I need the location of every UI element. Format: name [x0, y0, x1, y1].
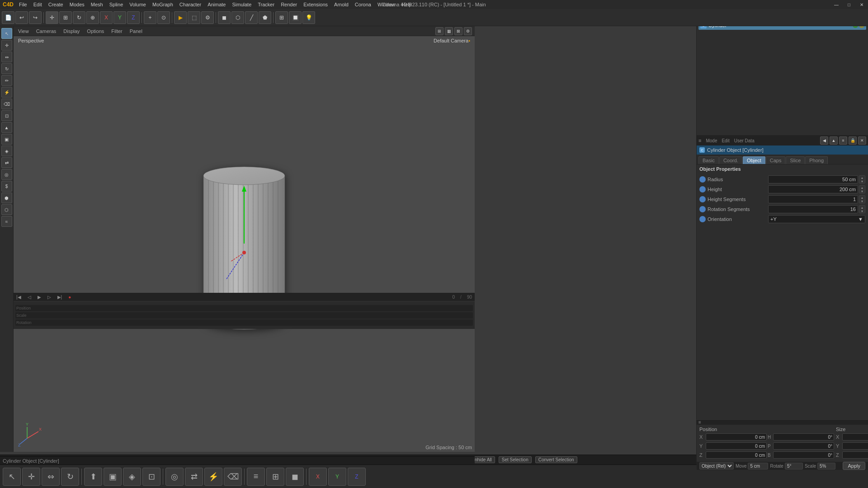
- ti-loop[interactable]: ⊡: [142, 468, 160, 486]
- new-button[interactable]: 📄: [2, 11, 14, 24]
- attr-back-icon[interactable]: ◀: [820, 136, 828, 145]
- extrude-tool[interactable]: ▲: [1, 122, 12, 133]
- scale-tool[interactable]: ⊞: [59, 11, 72, 24]
- tl-end[interactable]: ▶|: [57, 295, 63, 300]
- menu-simulate[interactable]: Simulate: [229, 1, 254, 8]
- prop-rseg-dot[interactable]: [699, 206, 706, 212]
- undo-button[interactable]: ↩: [15, 11, 28, 24]
- attr-tab-coord[interactable]: Coord.: [719, 156, 742, 164]
- magnet-tool[interactable]: $: [1, 181, 12, 192]
- grid-btn[interactable]: ⊞: [275, 11, 288, 24]
- prop-rseg-spinner[interactable]: ▲ ▼: [859, 205, 865, 213]
- ti-bridge[interactable]: ⌫: [224, 468, 242, 486]
- select-tool[interactable]: ↖: [1, 28, 12, 39]
- attr-tab-basic[interactable]: Basic: [698, 156, 719, 164]
- prop-radius-down[interactable]: ▼: [859, 179, 865, 183]
- attr-tab-object[interactable]: Object: [743, 156, 765, 164]
- prop-radius-input[interactable]: [768, 175, 858, 183]
- menu-mesh[interactable]: Mesh: [88, 1, 106, 8]
- psr-obj-type-select[interactable]: Object (Rel): [699, 462, 734, 469]
- prop-rseg-input[interactable]: [768, 205, 858, 213]
- attr-close-icon[interactable]: ✕: [858, 136, 866, 145]
- psr-rotate-input[interactable]: [785, 463, 803, 469]
- close-button[interactable]: ✕: [855, 0, 868, 9]
- render-region[interactable]: ⬚: [188, 11, 200, 24]
- attr-tab-caps[interactable]: Caps: [766, 156, 786, 164]
- prop-hseg-input[interactable]: [768, 195, 858, 203]
- attr-tab-phong[interactable]: Phong: [805, 156, 828, 164]
- prop-height-spinner[interactable]: ▲ ▼: [859, 185, 865, 193]
- psr-p-input[interactable]: [773, 442, 834, 450]
- attr-expand-icon[interactable]: ≡: [698, 138, 701, 143]
- prop-hseg-dot[interactable]: [699, 196, 706, 202]
- vp-cameras-btn[interactable]: Cameras: [34, 28, 58, 34]
- move-tool-left[interactable]: ✛: [1, 40, 12, 51]
- prop-height-up[interactable]: ▲: [859, 186, 865, 189]
- prop-hseg-up[interactable]: ▲: [859, 196, 865, 199]
- prop-hseg-down[interactable]: ▼: [859, 199, 865, 203]
- poly-mode[interactable]: ⬟: [259, 11, 271, 24]
- ti-axis1[interactable]: X: [309, 468, 327, 486]
- rotate-tool[interactable]: ↻: [73, 11, 85, 24]
- psr-sz-input[interactable]: [842, 451, 868, 459]
- lights-btn[interactable]: 💡: [302, 11, 315, 24]
- sculpt-tool[interactable]: ⬡: [1, 204, 12, 215]
- inner-extrude[interactable]: ▣: [1, 134, 12, 145]
- ti-cursor[interactable]: ↖: [3, 468, 21, 486]
- snap-btn[interactable]: 🔲: [289, 11, 302, 24]
- menu-extensions[interactable]: Extensions: [301, 1, 330, 8]
- psr-move-input[interactable]: [748, 463, 768, 469]
- tl-prev[interactable]: ◁: [27, 295, 32, 300]
- vp-icon-4[interactable]: ⚙: [464, 27, 472, 35]
- bevel-tool[interactable]: ◈: [1, 145, 12, 156]
- paint-tool[interactable]: ⬢: [1, 192, 12, 203]
- ti-scale[interactable]: ⇔: [42, 468, 60, 486]
- prop-height-down[interactable]: ▼: [859, 189, 865, 193]
- psr-h-input[interactable]: [773, 433, 834, 441]
- attr-tb-edit[interactable]: Edit: [720, 138, 731, 143]
- tl-next[interactable]: ▷: [47, 295, 52, 300]
- ti-knife[interactable]: ⚡: [204, 468, 222, 486]
- ti-rotate[interactable]: ↻: [61, 468, 79, 486]
- attr-up-icon[interactable]: ▲: [830, 136, 838, 145]
- poly-pen[interactable]: ✏: [1, 75, 12, 86]
- set-selection-btn[interactable]: Set Selection: [499, 456, 532, 463]
- ti-more3[interactable]: ◼: [286, 468, 304, 486]
- tl-play-btn[interactable]: ▶: [37, 295, 42, 300]
- vp-panel-btn[interactable]: Panel: [128, 28, 144, 34]
- render-settings[interactable]: ⚙: [201, 11, 214, 24]
- minimize-button[interactable]: —: [830, 0, 843, 9]
- attr-tb-user[interactable]: User Data: [732, 138, 756, 143]
- bridge-tool[interactable]: ⌫: [1, 99, 12, 109]
- prop-orient-dropdown[interactable]: +Y ▼: [768, 215, 865, 223]
- ti-more1[interactable]: ≡: [247, 468, 265, 486]
- prop-height-input[interactable]: [768, 185, 858, 193]
- null-object[interactable]: ⊙: [157, 11, 170, 24]
- psr-scale-input[interactable]: [817, 463, 835, 469]
- convert-selection-btn[interactable]: Convert Selection: [535, 456, 577, 463]
- ti-slide[interactable]: ⇄: [185, 468, 203, 486]
- slide-tool[interactable]: ⇄: [1, 157, 12, 168]
- smooth-tool[interactable]: ≈: [1, 216, 12, 227]
- menu-modes[interactable]: Modes: [67, 1, 87, 8]
- menu-edit[interactable]: Edit: [31, 1, 45, 8]
- ti-axis3[interactable]: Z: [348, 468, 366, 486]
- menu-file[interactable]: File: [16, 1, 30, 8]
- menu-volume[interactable]: Volume: [127, 1, 149, 8]
- redo-button[interactable]: ↪: [29, 11, 42, 24]
- ti-weld[interactable]: ◎: [165, 468, 184, 486]
- psr-x-input[interactable]: [706, 433, 767, 441]
- vp-icon-3[interactable]: ⊠: [454, 27, 462, 35]
- render-btn[interactable]: ▶: [174, 11, 187, 24]
- psr-sy-input[interactable]: [842, 442, 868, 450]
- psr-y-input[interactable]: [706, 442, 767, 450]
- tl-play[interactable]: |◀: [15, 295, 22, 300]
- attr-lock-icon[interactable]: 🔒: [849, 136, 857, 145]
- ti-axis2[interactable]: Y: [328, 468, 346, 486]
- vp-options-btn[interactable]: Options: [85, 28, 106, 34]
- menu-arnold[interactable]: Arnold: [331, 1, 351, 8]
- psr-b-input[interactable]: [773, 451, 834, 459]
- menu-render[interactable]: Render: [278, 1, 300, 8]
- menu-corona[interactable]: Corona: [352, 1, 374, 8]
- transform-tool[interactable]: ⊕: [86, 11, 99, 24]
